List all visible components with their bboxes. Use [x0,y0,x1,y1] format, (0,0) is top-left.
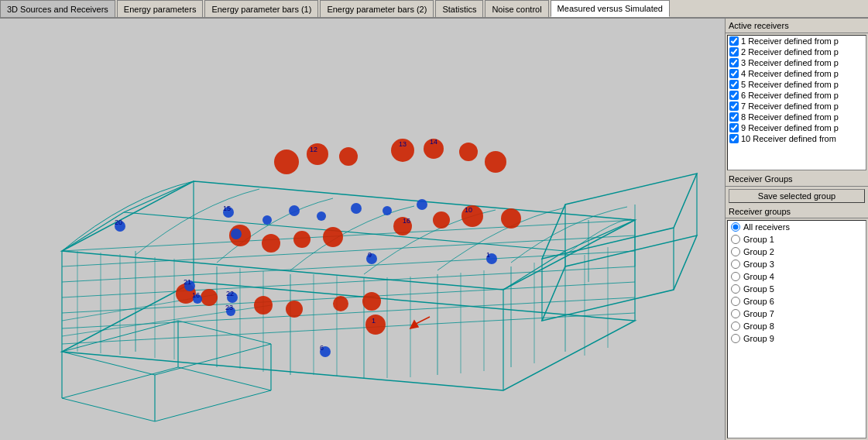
group-label: Group 1 [743,235,774,244]
receiver-checkbox[interactable] [729,80,739,89]
group-item: Group 3 [728,258,866,270]
svg-text:1: 1 [486,251,490,259]
svg-text:10: 10 [465,206,472,214]
receiver-item: 9 Receiver defined from p [728,122,866,133]
svg-point-75 [254,296,273,315]
group-label: Group 2 [743,247,774,256]
tab-label: Energy parameters [124,5,197,14]
tab-energy-bars-1[interactable]: Energy parameter bars (1) [204,0,318,17]
group-radio[interactable] [731,235,740,244]
svg-text:21: 21 [184,278,191,286]
save-selected-group-button[interactable]: Save selected group [729,189,865,203]
group-item: Group 4 [728,270,866,283]
receiver-checkbox[interactable] [729,123,739,132]
svg-text:15: 15 [223,205,231,212]
group-radio[interactable] [731,297,740,306]
group-item: Group 5 [728,283,866,295]
receiver-label: 1 Receiver defined from p [741,36,839,46]
right-panel: Active receivers 1 Receiver defined from… [725,19,868,440]
receiver-checkbox[interactable] [729,58,739,67]
receiver-groups-title: Receiver Groups [726,172,868,187]
groups-list[interactable]: All receiversGroup 1Group 2Group 3Group … [727,220,866,438]
svg-point-74 [201,289,218,306]
svg-text:23: 23 [225,304,233,311]
svg-text:6: 6 [320,344,324,352]
tab-label: 3D Sources and Receivers [7,5,108,14]
3d-viewport: 15 20 21 16 22 23 1 9 6 12 13 14 16 10 1 [0,19,725,440]
receiver-item: 8 Receiver defined from p [728,112,866,122]
receiver-checkbox[interactable] [729,134,739,143]
tab-label: Noise control [492,5,541,14]
svg-text:9: 9 [368,251,372,259]
receiver-label: 5 Receiver defined from p [741,80,839,89]
tab-noise-control[interactable]: Noise control [485,0,548,17]
tab-energy-parameters[interactable]: Energy parameters [117,0,204,17]
tab-statistics[interactable]: Statistics [435,0,483,17]
svg-text:12: 12 [310,146,317,153]
receiver-item: 1 Receiver defined from p [728,36,866,46]
tab-3d-sources[interactable]: 3D Sources and Receivers [0,0,115,17]
svg-point-86 [383,206,392,215]
receiver-item: 4 Receiver defined from p [728,68,866,79]
receiver-label: 2 Receiver defined from p [741,47,839,57]
tab-bar: 3D Sources and Receivers Energy paramete… [0,0,868,19]
svg-text:16: 16 [403,217,410,225]
group-item: Group 8 [728,320,866,332]
group-label: Group 6 [743,297,774,306]
svg-point-84 [317,211,326,221]
svg-point-81 [231,229,242,239]
group-radio[interactable] [731,272,740,281]
group-item: All receivers [728,221,866,233]
receiver-checkbox[interactable] [729,101,739,111]
group-item: Group 1 [728,233,866,246]
receivers-list[interactable]: 1 Receiver defined from p2 Receiver defi… [727,35,866,170]
receiver-item: 3 Receiver defined from p [728,57,866,68]
receiver-item: 5 Receiver defined from p [728,79,866,90]
svg-text:14: 14 [430,138,437,146]
svg-point-63 [459,143,478,161]
group-radio[interactable] [731,284,740,294]
receiver-checkbox[interactable] [729,91,739,100]
group-radio[interactable] [731,247,740,256]
group-label: Group 9 [743,334,774,343]
group-radio[interactable] [731,222,740,232]
svg-text:16: 16 [192,291,200,299]
receiver-item: 6 Receiver defined from p [728,90,866,101]
tab-measured-simulated[interactable]: Measured versus Simulated [551,0,670,17]
svg-point-78 [362,292,381,311]
receiver-label: 4 Receiver defined from p [741,69,839,78]
svg-point-68 [323,227,343,247]
group-radio[interactable] [731,309,740,318]
group-label: Group 4 [743,272,774,281]
group-label: Group 3 [743,260,774,269]
receiver-checkbox[interactable] [729,36,739,46]
svg-point-72 [501,208,521,229]
receiver-label: 7 Receiver defined from p [741,101,839,111]
receiver-label: 6 Receiver defined from p [741,91,839,100]
tab-energy-bars-2[interactable]: Energy parameter bars (2) [320,0,434,17]
svg-point-70 [433,211,450,229]
tab-label: Statistics [442,5,476,14]
svg-point-58 [274,150,299,174]
receiver-item: 7 Receiver defined from p [728,101,866,112]
group-label: All receivers [743,222,790,232]
tab-label: Measured versus Simulated [558,4,663,13]
group-radio[interactable] [731,260,740,269]
group-radio[interactable] [731,334,740,343]
svg-point-60 [339,147,358,166]
svg-text:20: 20 [115,218,122,226]
receiver-label: 10 Receiver defined from [741,134,836,143]
receiver-item: 10 Receiver defined from [728,133,866,144]
svg-text:22: 22 [226,290,234,297]
group-item: Group 9 [728,332,866,345]
receiver-label: 3 Receiver defined from p [741,58,839,67]
svg-point-77 [333,296,348,311]
receiver-checkbox[interactable] [729,112,739,122]
receiver-checkbox[interactable] [729,47,739,57]
tab-label: Energy parameter bars (2) [327,5,427,14]
receiver-checkbox[interactable] [729,69,739,78]
group-radio[interactable] [731,321,740,331]
svg-text:1: 1 [372,317,376,325]
svg-point-67 [293,231,310,248]
receiver-item: 2 Receiver defined from p [728,46,866,57]
